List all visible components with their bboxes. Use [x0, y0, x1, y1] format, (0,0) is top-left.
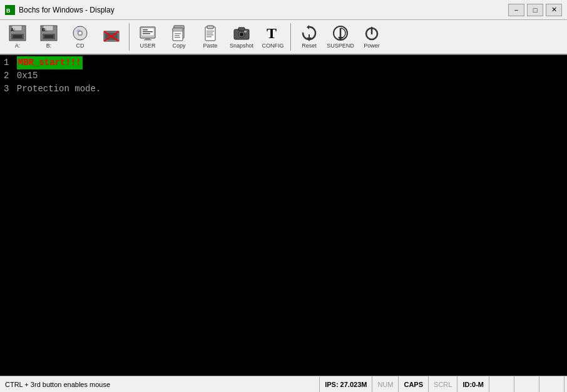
minimize-button[interactable]: − — [508, 4, 524, 16]
svg-rect-36 — [207, 31, 214, 32]
floppy-b-icon: B: — [40, 24, 58, 42]
svg-rect-35 — [207, 26, 213, 29]
snapshot-button[interactable]: Snapshot — [227, 22, 257, 52]
copy-label: Copy — [172, 43, 185, 49]
svg-rect-25 — [145, 38, 150, 39]
display-line-1: 1 MBR_start!!! — [4, 56, 563, 69]
snapshot-label: Snapshot — [230, 43, 253, 49]
title-left: B Bochs for Windows - Display — [5, 5, 115, 15]
svg-rect-33 — [175, 37, 180, 38]
cd-icon — [71, 24, 89, 42]
status-num: NUM — [372, 376, 399, 392]
status-id: ID:0-M — [457, 376, 489, 392]
reset-button[interactable]: Reset — [294, 22, 324, 52]
svg-marker-47 — [307, 25, 309, 29]
drive-b-label: B: — [46, 43, 52, 49]
user-icon — [139, 24, 156, 42]
copy-icon — [170, 24, 188, 42]
copy-button[interactable]: Copy — [164, 22, 194, 52]
status-extra1 — [489, 376, 514, 392]
svg-rect-5 — [13, 35, 22, 38]
svg-text:A:: A: — [11, 28, 15, 32]
power-label: Power — [364, 43, 380, 49]
svg-rect-38 — [207, 34, 213, 36]
svg-rect-45 — [244, 31, 247, 33]
svg-rect-24 — [143, 33, 150, 34]
user-button[interactable]: USER — [133, 22, 163, 52]
status-scrl: SCRL — [429, 376, 457, 392]
title-text: Bochs for Windows - Display — [19, 6, 115, 14]
power-icon — [363, 24, 381, 42]
svg-rect-32 — [175, 35, 180, 36]
display-line-3: 3 Protection mode. — [4, 83, 563, 96]
suspend-icon — [332, 24, 349, 42]
display-line-2: 2 0x15 — [4, 69, 563, 83]
line-2-text: 0x15 — [17, 69, 38, 83]
status-extra3 — [539, 376, 564, 392]
svg-point-44 — [240, 33, 243, 36]
line-3-text: Protection mode. — [17, 83, 101, 96]
snapshot-icon — [233, 24, 250, 42]
svg-text:T: T — [267, 25, 277, 41]
reset-label: Reset — [302, 43, 317, 49]
svg-rect-31 — [175, 33, 181, 34]
separator-1 — [129, 23, 130, 51]
svg-rect-10 — [44, 35, 53, 38]
line-1-text: MBR_start!!! — [17, 56, 83, 69]
drive-a-label: A: — [15, 43, 21, 49]
status-ips: IPS: 27.023M — [320, 376, 372, 392]
display-area[interactable]: 1 MBR_start!!! 2 0x15 3 Protection mode. — [0, 55, 567, 376]
power-button[interactable]: Power — [357, 22, 387, 52]
status-hint: CTRL + 3rd button enables mouse — [3, 376, 320, 392]
title-bar: B Bochs for Windows - Display − □ ✕ — [0, 0, 567, 20]
suspend-label: SUSPEND — [327, 43, 354, 49]
config-icon: T — [264, 24, 282, 42]
drive-net-button[interactable] — [96, 22, 126, 52]
bochs-icon: B — [5, 5, 15, 15]
status-bar: CTRL + 3rd button enables mouse IPS: 27.… — [0, 376, 567, 392]
svg-rect-23 — [143, 31, 153, 33]
svg-rect-22 — [143, 29, 148, 31]
status-caps: CAPS — [399, 376, 429, 392]
title-controls: − □ ✕ — [508, 4, 562, 16]
svg-rect-26 — [144, 39, 151, 41]
svg-rect-39 — [207, 36, 212, 38]
svg-rect-37 — [207, 33, 213, 34]
paste-label: Paste — [203, 43, 217, 49]
svg-rect-41 — [238, 28, 245, 31]
config-button[interactable]: T CONFIG — [258, 22, 288, 52]
svg-rect-30 — [173, 28, 183, 31]
toolbar: A: A: B: B: CD — [0, 20, 567, 55]
svg-point-14 — [79, 32, 81, 34]
net-icon — [103, 28, 120, 45]
user-label: USER — [140, 43, 155, 49]
drive-cd-label: CD — [76, 43, 84, 49]
paste-button[interactable]: Paste — [195, 22, 225, 52]
floppy-a-icon: A: — [9, 24, 26, 42]
config-label: CONFIG — [262, 43, 284, 49]
drive-cd-button[interactable]: CD — [65, 22, 95, 52]
paste-icon — [202, 24, 219, 42]
svg-text:B:: B: — [42, 28, 46, 32]
suspend-button[interactable]: SUSPEND — [325, 22, 355, 52]
reset-icon — [300, 24, 318, 42]
status-extra2 — [514, 376, 539, 392]
separator-2 — [290, 23, 292, 51]
drive-a-button[interactable]: A: A: — [3, 22, 33, 52]
svg-text:B: B — [6, 8, 11, 14]
close-button[interactable]: ✕ — [546, 4, 562, 16]
maximize-button[interactable]: □ — [527, 4, 543, 16]
drive-b-button[interactable]: B: B: — [34, 22, 64, 52]
